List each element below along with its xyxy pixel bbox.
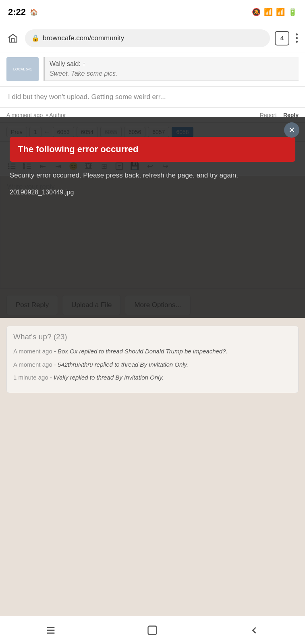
whats-up-item-1: A moment ago - Box Ox replied to thread … [13, 347, 292, 356]
error-modal-overlay: ✕ The following error occurred Security … [0, 117, 305, 318]
bottom-nav [0, 616, 305, 644]
whats-up-item-3: 1 minute ago - Wally replied to thread B… [13, 373, 292, 382]
svg-rect-19 [148, 626, 157, 634]
status-icons: 🔕 📶 📶 🔋 [252, 8, 297, 17]
home-status-icon: 🏠 [30, 8, 38, 16]
quote-text: Sweet. Take some pics. [50, 70, 294, 77]
whats-up-title: What's up? (23) [13, 332, 292, 341]
mute-icon: 🔕 [252, 8, 261, 17]
modal-close-button[interactable]: ✕ [284, 122, 299, 138]
whats-up-section: What's up? (23) A moment ago - Box Ox re… [6, 326, 299, 393]
battery-icon: 🔋 [288, 8, 297, 17]
nav-home-button[interactable] [140, 618, 164, 642]
tabs-button[interactable]: 4 [275, 31, 289, 45]
quote-header: Wally said: ↑ [50, 60, 294, 68]
main-content: LOCAL 541 Wally said: ↑ Sweet. Take some… [0, 52, 305, 429]
quote-block: Wally said: ↑ Sweet. Take some pics. [44, 57, 299, 81]
browser-home-button[interactable] [6, 31, 20, 45]
signal-icon: 📶 [276, 8, 285, 17]
error-filename: 20190928_130449.jpg [10, 189, 295, 196]
post-content: I did but they won't upload. Getting som… [0, 87, 305, 108]
error-body-text: Security error occurred. Please press ba… [10, 170, 295, 181]
status-time: 2:22 [8, 7, 26, 17]
browser-bar: 🔒 browncafe.com/community 4 [0, 24, 305, 52]
status-bar: 2:22 🏠 🔕 📶 📶 🔋 [0, 0, 305, 24]
nav-back-button[interactable] [242, 618, 266, 642]
url-text: browncafe.com/community [43, 34, 264, 42]
nav-menu-button[interactable] [39, 618, 63, 642]
avatar: LOCAL 541 [6, 57, 39, 81]
wifi-icon: 📶 [264, 8, 273, 17]
lock-icon: 🔒 [31, 34, 39, 42]
post-text: I did but they won't upload. Getting som… [8, 93, 166, 101]
whats-up-item-2: A moment ago - 542thruNthru replied to t… [13, 360, 292, 369]
error-header-text: The following error occurred [18, 144, 138, 154]
browser-menu-button[interactable] [294, 32, 299, 44]
error-header: The following error occurred [10, 137, 295, 162]
url-bar[interactable]: 🔒 browncafe.com/community [25, 29, 270, 47]
